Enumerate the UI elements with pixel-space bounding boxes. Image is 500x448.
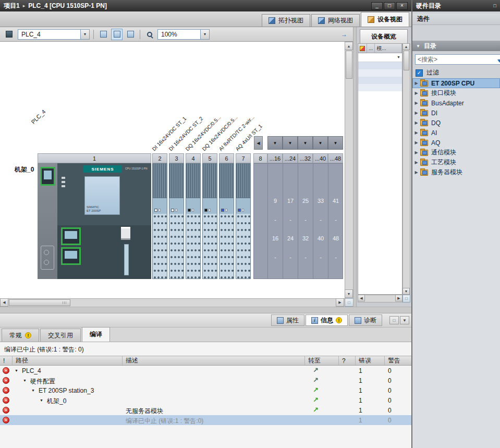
row-path[interactable]: PLC_4: [22, 367, 41, 374]
catalog-item-technology-modules[interactable]: ▶ 工艺模块: [412, 158, 500, 167]
io-module-slot7[interactable]: [236, 163, 251, 279]
chevron-down-icon[interactable]: ▼: [200, 30, 209, 39]
catalog-item-dq[interactable]: ▶ DQ: [412, 118, 500, 128]
cpu-base-unit[interactable]: [57, 225, 151, 279]
compile-row-aborted[interactable]: × 编译已中止 (错误:1 : 警告:0) 1 0: [0, 415, 411, 425]
canvas-horizontal-scrollbar[interactable]: ◀ ▶: [0, 298, 345, 307]
highlight-io-channels-icon[interactable]: [111, 29, 123, 40]
overview-header-24[interactable]: ...24: [283, 153, 298, 163]
restore-button[interactable]: □: [384, 2, 395, 10]
column-description[interactable]: 描述: [123, 356, 305, 365]
address-column-48[interactable]: 41 - 48 -: [328, 163, 343, 279]
collapse-icon[interactable]: ▼: [23, 379, 27, 382]
row-description[interactable]: 无服务器模块: [126, 407, 163, 416]
compile-row-hardware-config[interactable]: × ▼ 硬件配置 ↗ 1 0: [0, 376, 411, 385]
slot-header-2[interactable]: 2: [152, 153, 167, 163]
device-overview-row[interactable]: [358, 77, 402, 84]
slot-header-1[interactable]: 1: [38, 153, 151, 163]
show-labels-grid-icon[interactable]: [125, 29, 136, 40]
goto-arrow-icon[interactable]: ↗: [313, 406, 319, 414]
scroll-right-icon[interactable]: ▶: [336, 298, 344, 307]
tab-info[interactable]: i 信息 !: [306, 314, 348, 326]
zoom-icon[interactable]: [144, 29, 155, 40]
expand-icon[interactable]: ▶: [412, 130, 420, 135]
column-question[interactable]: ?: [339, 356, 356, 365]
compile-row-station[interactable]: × ▼ ET 200SP station_3 ↗ 1 0: [0, 385, 411, 395]
overview-column-dropdown[interactable]: ▼: [283, 136, 298, 150]
goto-arrow-icon[interactable]: ↗: [313, 386, 319, 394]
overview-corner-button[interactable]: □: [403, 295, 410, 302]
catalog-item-communication-modules[interactable]: ▶ 通信模块: [412, 148, 500, 158]
device-interface-icon[interactable]: [3, 29, 15, 40]
overview-column-dropdown[interactable]: ▼: [313, 136, 328, 150]
device-select[interactable]: PLC_4 ▼: [18, 29, 90, 40]
overview-navigator-button[interactable]: □: [345, 298, 353, 307]
catalog-item-server-modules[interactable]: ▶ 服务器模块: [412, 167, 500, 177]
scroll-down-icon[interactable]: ▼: [403, 288, 410, 295]
overview-header-16[interactable]: ...16: [267, 153, 283, 163]
address-column-32[interactable]: 25 - 32 -: [298, 163, 313, 279]
overview-collapse-button[interactable]: ◀: [254, 136, 263, 150]
dock-panel-icon[interactable]: □: [389, 316, 399, 324]
collapse-panel-icon[interactable]: ▼: [400, 316, 409, 324]
expand-icon[interactable]: ▶: [412, 91, 420, 95]
row-path[interactable]: 硬件配置: [30, 377, 55, 386]
collapse-icon[interactable]: ▼: [40, 398, 43, 402]
zoom-select[interactable]: 100% ▼: [157, 29, 210, 40]
cpu-module[interactable]: SIEMENS CPU 1510SP-1 PN SIMATIC ET 200SP: [57, 163, 151, 225]
rack-mounting-rail[interactable]: [38, 163, 57, 279]
options-section-header[interactable]: 选件: [412, 14, 500, 25]
float-panel-icon[interactable]: □: [494, 3, 496, 8]
address-column-40[interactable]: 33 - 40 -: [313, 163, 328, 279]
status-column-header[interactable]: [358, 44, 367, 53]
row-description[interactable]: 编译已中止 (错误:1 : 警告:0): [126, 417, 203, 426]
expand-icon[interactable]: ▶: [412, 140, 420, 145]
expand-icon[interactable]: ▶: [412, 120, 420, 125]
slot-header-6[interactable]: 6: [219, 153, 234, 163]
expand-icon[interactable]: ▶: [412, 170, 420, 175]
scroll-right-icon[interactable]: ▶: [395, 295, 403, 301]
catalog-item-di[interactable]: ▶ DI: [412, 108, 500, 118]
row-path[interactable]: ET 200SP station_3: [39, 387, 94, 394]
row-path[interactable]: 机架_0: [47, 397, 66, 406]
show-addresses-icon[interactable]: [97, 29, 109, 40]
goto-arrow-icon[interactable]: ↗: [313, 376, 319, 384]
chevron-down-icon[interactable]: ▼: [80, 30, 89, 39]
io-module-slot5[interactable]: [202, 163, 217, 279]
compile-row-rack[interactable]: × ▼ 机架_0 ↗ 1 0: [0, 395, 411, 405]
expand-icon[interactable]: ▶: [412, 101, 420, 105]
goto-arrow-icon[interactable]: ↗: [313, 396, 319, 404]
catalog-item-aq[interactable]: ▶ AQ: [412, 138, 500, 148]
column-path[interactable]: 路径: [13, 356, 123, 365]
column-bang[interactable]: !: [0, 356, 13, 365]
plc-rotated-label[interactable]: PLC_4: [30, 108, 47, 125]
io-module-slot6[interactable]: [219, 163, 234, 279]
compile-row-no-server-module[interactable]: × 无服务器模块 ↗ 1 0: [0, 405, 411, 415]
module-column-header[interactable]: 模...: [375, 44, 402, 53]
catalog-item-busadapter[interactable]: ▶ BusAdapter: [412, 98, 500, 108]
filter-checkbox[interactable]: ✓: [416, 69, 423, 77]
tab-diagnostics[interactable]: 诊断: [349, 314, 382, 326]
scroll-left-icon[interactable]: ◀: [358, 295, 365, 301]
canvas-overview-splitter[interactable]: [353, 27, 357, 307]
collapse-icon[interactable]: ▼: [31, 389, 35, 392]
overview-header-40[interactable]: ...40: [313, 153, 328, 163]
catalog-item-interface-modules[interactable]: ▶ 接口模块: [412, 88, 500, 98]
catalog-section-header[interactable]: ▼ 目录: [412, 41, 500, 51]
overview-column-dropdown[interactable]: ▼: [298, 136, 313, 150]
column-warnings[interactable]: 警告: [385, 356, 411, 365]
device-overview-row[interactable]: [358, 84, 402, 91]
address-column-16[interactable]: 9 - 16 -: [267, 163, 283, 279]
scroll-down-icon[interactable]: ▼: [345, 289, 353, 298]
expand-icon[interactable]: ▶: [412, 81, 420, 86]
dots-column-header[interactable]: ...: [367, 44, 375, 53]
horizontal-scroll-thumb[interactable]: [9, 299, 70, 306]
goto-arrow-icon[interactable]: ↗: [313, 366, 319, 374]
fit-to-view-icon[interactable]: →: [338, 29, 350, 40]
chevron-down-icon[interactable]: ▼: [397, 55, 400, 59]
breadcrumb-project[interactable]: 项目1: [4, 2, 20, 10]
expand-icon[interactable]: ▶: [412, 150, 420, 155]
overview-header-32[interactable]: ...32: [298, 153, 313, 163]
device-overview-filter-row[interactable]: ▼: [358, 53, 402, 62]
tab-topology-view[interactable]: 拓扑视图: [262, 14, 310, 27]
